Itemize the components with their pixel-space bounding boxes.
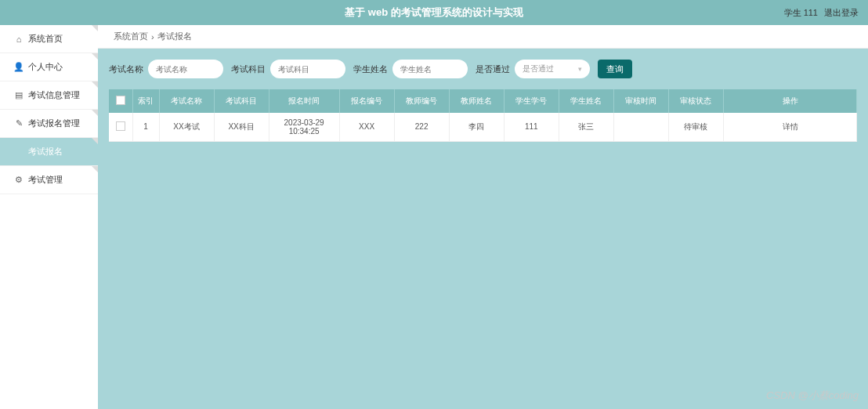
sidebar-item-label: 考试信息管理 xyxy=(28,89,80,101)
cell-tname: 李四 xyxy=(449,113,504,141)
current-user[interactable]: 学生 111 xyxy=(784,7,818,19)
th-time: 报名时间 xyxy=(269,89,339,113)
th-sno: 学生学号 xyxy=(504,89,559,113)
th-exam: 考试名称 xyxy=(159,89,214,113)
sidebar-item-exam-mgmt[interactable]: ⚙ 考试管理 xyxy=(0,166,98,194)
user-icon: 👤 xyxy=(14,63,24,72)
breadcrumb: 系统首页 › 考试报名 xyxy=(98,25,868,49)
edit-icon: ✎ xyxy=(14,119,24,128)
chevron-down-icon: ▾ xyxy=(578,65,582,73)
sidebar-item-enroll[interactable]: 考试报名 xyxy=(0,138,98,166)
th-atime: 审核时间 xyxy=(613,89,668,113)
sidebar-item-profile[interactable]: 👤 个人中心 xyxy=(0,53,98,81)
breadcrumb-home[interactable]: 系统首页 xyxy=(114,31,148,42)
filter-pass-label: 是否通过 xyxy=(476,63,510,75)
sidebar-item-home[interactable]: ⌂ 系统首页 xyxy=(0,25,98,53)
table-header-row: 索引 考试名称 考试科目 报名时间 报名编号 教师编号 教师姓名 学生学号 学生… xyxy=(109,89,857,113)
sidebar-item-label: 系统首页 xyxy=(28,33,63,45)
th-tno: 教师编号 xyxy=(394,89,449,113)
content-panel: 考试名称 考试科目 学生姓名 是否通过 是否通过 ▾ xyxy=(98,49,868,409)
cell-time: 2023-03-29 10:34:25 xyxy=(269,113,339,141)
sidebar-item-label: 个人中心 xyxy=(28,61,63,73)
detail-link[interactable]: 详情 xyxy=(783,122,798,131)
sidebar-item-label: 考试报名管理 xyxy=(28,118,80,129)
breadcrumb-current: 考试报名 xyxy=(157,31,192,42)
th-code: 报名编号 xyxy=(339,89,394,113)
filter-name-label: 考试名称 xyxy=(109,63,143,75)
th-op: 操作 xyxy=(724,89,857,113)
logout-link[interactable]: 退出登录 xyxy=(824,7,859,19)
cell-tno: 222 xyxy=(394,113,449,141)
list-icon: ▤ xyxy=(14,91,24,100)
filter-subject-input[interactable] xyxy=(270,60,345,78)
results-table: 索引 考试名称 考试科目 报名时间 报名编号 教师编号 教师姓名 学生学号 学生… xyxy=(109,89,857,142)
sidebar-item-enroll-mgmt[interactable]: ✎ 考试报名管理 xyxy=(0,110,98,138)
th-subject: 考试科目 xyxy=(214,89,269,113)
th-tname: 教师姓名 xyxy=(449,89,504,113)
filter-pass-select[interactable]: 是否通过 ▾ xyxy=(515,60,590,78)
filter-pass-placeholder: 是否通过 xyxy=(523,63,554,74)
filter-student-input[interactable] xyxy=(392,60,468,78)
query-button[interactable]: 查询 xyxy=(598,60,632,78)
filter-name-input[interactable] xyxy=(148,60,223,78)
filter-bar: 考试名称 考试科目 学生姓名 是否通过 是否通过 ▾ xyxy=(109,60,857,78)
cell-atime xyxy=(613,113,668,141)
sidebar-item-exam-info[interactable]: ▤ 考试信息管理 xyxy=(0,81,98,110)
sidebar: ⌂ 系统首页 👤 个人中心 ▤ 考试信息管理 ✎ 考试报名管理 考试报名 ⚙ 考… xyxy=(0,25,98,409)
checkbox-all[interactable] xyxy=(116,96,125,105)
th-sname: 学生姓名 xyxy=(559,89,613,113)
row-checkbox[interactable] xyxy=(116,121,125,131)
th-status: 审核状态 xyxy=(668,89,723,113)
gear-icon: ⚙ xyxy=(14,176,24,185)
cell-exam: XX考试 xyxy=(159,113,214,141)
watermark: CSDN @小蔡coding xyxy=(766,389,859,403)
sidebar-item-label: 考试报名 xyxy=(28,146,63,157)
cell-code: XXX xyxy=(339,113,394,141)
cell-index: 1 xyxy=(132,113,159,141)
app-header: 基于 web 的考试管理系统的设计与实现 学生 111 退出登录 xyxy=(0,0,868,25)
app-title: 基于 web 的考试管理系统的设计与实现 xyxy=(0,5,868,20)
home-icon: ⌂ xyxy=(14,34,24,44)
cell-subject: XX科目 xyxy=(214,113,269,141)
cell-status: 待审核 xyxy=(668,113,723,141)
cell-sno: 111 xyxy=(504,113,559,141)
th-index: 索引 xyxy=(132,89,159,113)
user-area: 学生 111 退出登录 xyxy=(784,7,859,19)
breadcrumb-sep: › xyxy=(151,32,154,42)
filter-student-label: 学生姓名 xyxy=(353,63,388,75)
cell-sname: 张三 xyxy=(559,113,613,141)
filter-subject-label: 考试科目 xyxy=(231,63,266,75)
sidebar-item-label: 考试管理 xyxy=(28,174,63,186)
table-row: 1 XX考试 XX科目 2023-03-29 10:34:25 XXX 222 … xyxy=(109,113,857,141)
